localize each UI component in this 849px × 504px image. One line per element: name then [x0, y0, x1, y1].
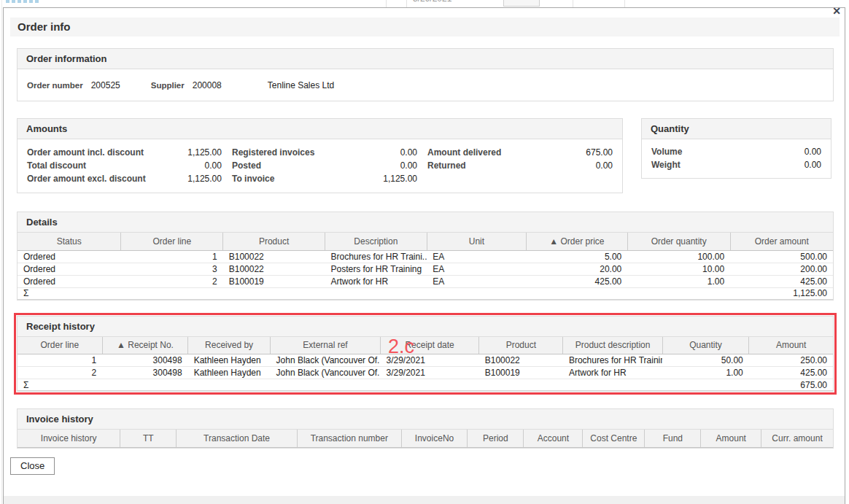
cell: Brochures for HR Traini... — [325, 250, 427, 263]
column-header-invoice-history[interactable]: Invoice history — [18, 430, 120, 447]
column-header-period[interactable]: Period — [468, 430, 524, 447]
sum-row: Σ675.00 — [18, 379, 833, 391]
order-information-header: Order information — [18, 49, 833, 69]
cell: Artwork for HR — [563, 367, 662, 379]
table-row[interactable]: 2300498Kathleen HaydenJohn Black (Vancou… — [18, 367, 833, 379]
cell: 2 — [18, 367, 102, 379]
receipt-history-header: Receipt history — [18, 317, 833, 337]
cell: 1 — [121, 250, 223, 263]
background-link-fragment — [6, 0, 39, 3]
amount-label: Total discount — [27, 159, 86, 172]
invoice-history-table: Invoice historyTTTransaction DateTransac… — [18, 430, 833, 448]
cell: 500.00 — [730, 250, 833, 263]
cell: 20.00 — [527, 263, 628, 275]
column-header-description[interactable]: Description — [325, 233, 427, 250]
cell: B100022 — [479, 354, 563, 367]
sum-symbol: Σ — [18, 379, 102, 391]
cell: 300498 — [102, 354, 187, 367]
column-header-order-line[interactable]: Order line — [18, 337, 102, 354]
cell: John Black (Vancouver Of... — [271, 354, 381, 367]
column-header-receipt-no[interactable]: ▲ Receipt No. — [102, 337, 187, 354]
sum-spacer — [121, 287, 730, 299]
amount-label: Order amount incl. discount — [27, 146, 144, 159]
amount-value: 0.00 — [205, 159, 222, 172]
cell: Brochures for HR Training — [563, 354, 662, 367]
quantity-header: Quantity — [642, 119, 831, 139]
column-header-status[interactable]: Status — [18, 233, 121, 250]
column-header-transaction-number[interactable]: Transaction number — [297, 430, 401, 447]
table-row[interactable]: Ordered3B100022Posters for HR TrainingEA… — [18, 263, 833, 275]
background-divider — [406, 0, 407, 7]
column-header-amount[interactable]: Amount — [749, 337, 833, 354]
amounts-section: Amounts Order amount incl. discount 1,12… — [17, 118, 623, 193]
cell: EA — [427, 263, 526, 275]
column-header-received-by[interactable]: Received by — [188, 337, 271, 354]
table-row[interactable]: Ordered1B100022Brochures for HR Traini..… — [18, 250, 833, 263]
amount-value: 0.00 — [400, 159, 417, 172]
amounts-column-2: Registered invoices 0.00 Posted 0.00 To … — [232, 146, 417, 185]
quantity-line: Volume 0.00 — [651, 145, 821, 158]
supplier-name-value: Tenline Sales Ltd — [268, 80, 334, 90]
column-header-account[interactable]: Account — [524, 430, 583, 447]
column-header-product[interactable]: Product — [223, 233, 325, 250]
cell: Posters for HR Training — [325, 263, 427, 275]
column-header-curr-amount[interactable]: Curr. amount — [761, 430, 833, 447]
sum-total: 1,125.00 — [730, 287, 833, 299]
column-header-order-amount[interactable]: Order amount — [730, 233, 833, 250]
cell: 1.00 — [627, 275, 730, 287]
column-header-tt[interactable]: TT — [120, 430, 177, 447]
column-header-unit[interactable]: Unit — [427, 233, 526, 250]
cell: 3/29/2021 — [380, 367, 478, 379]
column-header-order-price[interactable]: ▲ Order price — [527, 233, 628, 250]
cell: 300498 — [102, 367, 187, 379]
sum-symbol: Σ — [18, 287, 121, 299]
column-header-order-line[interactable]: Order line — [121, 233, 223, 250]
annotation-2c: 2.c — [388, 337, 414, 356]
supplier-code-value: 200008 — [193, 80, 222, 90]
column-header-fund[interactable]: Fund — [645, 430, 701, 447]
sum-spacer — [102, 379, 749, 391]
cell: 2 — [121, 275, 223, 287]
amount-value: 0.00 — [400, 146, 417, 159]
amount-value: 675.00 — [586, 146, 613, 159]
amounts-column-3: Amount delivered 675.00 Returned 0.00 — [427, 146, 613, 185]
background-page-edge — [1, 0, 2, 504]
cell: 3 — [121, 263, 223, 275]
sum-total: 675.00 — [749, 379, 833, 391]
column-header-product-description[interactable]: Product description — [563, 337, 662, 354]
amount-line: Amount delivered 675.00 — [427, 146, 613, 159]
close-icon[interactable]: ✕ — [832, 5, 841, 17]
background-divider — [386, 0, 387, 7]
table-row[interactable]: Ordered2B100019Artwork for HREA425.001.0… — [18, 275, 833, 287]
cell: 10.00 — [627, 263, 730, 275]
column-header-external-ref[interactable]: External ref — [271, 337, 381, 354]
column-header-product[interactable]: Product — [479, 337, 563, 354]
amount-label: Order amount excl. discount — [27, 172, 146, 185]
amount-value: 0.00 — [596, 159, 613, 172]
column-header-transaction-date[interactable]: Transaction Date — [177, 430, 297, 447]
amount-line: Posted 0.00 — [232, 159, 417, 172]
receipt-history-section: Receipt history Order line▲ Receipt No.R… — [17, 316, 834, 392]
close-button[interactable]: Close — [10, 457, 55, 475]
cell: Artwork for HR — [325, 275, 427, 287]
table-row[interactable]: 1300498Kathleen HaydenJohn Black (Vancou… — [18, 354, 833, 367]
receipt-history-table: Order line▲ Receipt No.Received byExtern… — [18, 337, 833, 392]
cell: B100022 — [223, 250, 325, 263]
amount-value: 1,125.00 — [383, 172, 417, 185]
header-row: StatusOrder lineProductDescriptionUnit▲ … — [18, 233, 833, 250]
cell: 1 — [18, 354, 102, 367]
quantity-section: Quantity Volume 0.00 Weight 0.00 — [641, 118, 831, 179]
background-page: 3/29/2021 — [0, 0, 849, 7]
column-header-order-quantity[interactable]: Order quantity — [627, 233, 730, 250]
cell: EA — [427, 250, 526, 263]
order-info-dialog: ✕ Order info Order information Order num… — [3, 7, 845, 504]
column-header-invoiceno[interactable]: InvoiceNo — [401, 430, 468, 447]
order-information-body: Order number 200525 Supplier 200008 Tenl… — [18, 69, 833, 101]
cell: 425.00 — [527, 275, 628, 287]
column-header-quantity[interactable]: Quantity — [662, 337, 749, 354]
column-header-cost-centre[interactable]: Cost Centre — [583, 430, 645, 447]
cell: 250.00 — [749, 354, 833, 367]
column-header-amount[interactable]: Amount — [701, 430, 761, 447]
header-row: Order line▲ Receipt No.Received byExtern… — [18, 337, 833, 354]
details-header: Details — [18, 212, 833, 233]
